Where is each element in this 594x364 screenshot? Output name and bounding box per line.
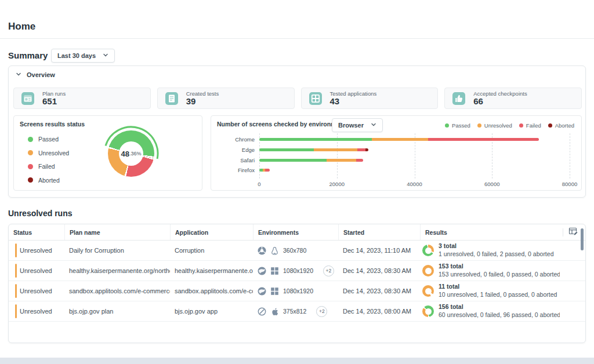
bar-legend-failed[interactable]: Failed: [519, 122, 541, 129]
donut-center-label: 48 .36%: [101, 123, 161, 184]
donut-legend-unresolved[interactable]: Unresolved: [28, 150, 69, 156]
environments-cell: 360x780: [253, 246, 338, 255]
started-cell: Dec 14, 2023, 08:00 AM: [338, 308, 420, 315]
plan-name-cell: healthy.kaiserpermanente.org/norther…: [64, 267, 170, 274]
page-title: Home: [8, 21, 35, 32]
status-accent-bar: [15, 284, 17, 298]
bar-segment-failed: [265, 169, 270, 172]
bar-legend-aborted[interactable]: Aborted: [548, 122, 574, 129]
status-cell: Unresolved: [9, 304, 64, 318]
legend-dot: [28, 177, 33, 183]
column-header-application: Application: [170, 224, 253, 240]
windows-icon: [270, 287, 279, 296]
legend-label: Passed: [452, 122, 470, 129]
environment-type-selector[interactable]: Browser: [332, 118, 383, 132]
legend-dot: [548, 123, 552, 128]
results-donut-icon: [422, 305, 434, 317]
results-total: 11 total: [439, 283, 557, 291]
stats-row: Plan runs651Created tests39Tested applic…: [13, 88, 582, 109]
application-cell: healthy.kaiserpermanente.or…: [170, 267, 253, 274]
viewport-label: 360x780: [283, 247, 306, 254]
bar-segment-failed: [357, 148, 365, 151]
stat-value: 651: [42, 97, 66, 107]
results-donut-chart: 48 .36%: [101, 123, 161, 184]
environments-cell: 1080x1920+2: [253, 265, 338, 276]
x-tick-label: 60000: [480, 181, 504, 187]
viewport-label: 375x812: [283, 308, 306, 315]
status-accent-bar: [15, 243, 17, 257]
unresolved-runs-table: StatusPlan nameApplicationEnvironmentsSt…: [8, 224, 586, 343]
column-header-started: Started: [338, 224, 420, 240]
stat-value: 43: [330, 97, 377, 107]
bar-legend-passed[interactable]: Passed: [445, 122, 470, 129]
legend-dot: [28, 150, 33, 155]
safari-icon: [258, 307, 266, 316]
apple-icon: [270, 307, 279, 316]
chevron-down-icon: [371, 122, 376, 129]
bar-segment-unresolved: [314, 148, 358, 151]
results-cell: 156 total60 unresolved, 0 failed, 96 pas…: [420, 303, 560, 319]
date-range-selector[interactable]: Last 30 days: [51, 49, 115, 63]
edge-icon: [258, 267, 266, 275]
viewport-label: 1080x1920: [283, 287, 313, 294]
status-accent-bar: [15, 264, 17, 278]
table-row[interactable]: Unresolvedhealthy.kaiserpermanente.org/n…: [9, 261, 585, 281]
columns-edit-icon[interactable]: [568, 227, 578, 238]
application-cell: Corruption: [170, 247, 253, 254]
gridline: [570, 133, 570, 179]
legend-label: Passed: [38, 136, 59, 143]
started-cell: Dec 14, 2023, 08:30 AM: [338, 267, 420, 274]
status-cell: Unresolved: [9, 264, 64, 278]
table-row[interactable]: UnresolvedDaily for CorruptionCorruption…: [9, 241, 585, 261]
footer-bar: [0, 358, 594, 364]
bar-chart-title: Number of screens checked by environment…: [217, 121, 349, 128]
status-label: Unresolved: [20, 308, 52, 315]
status-label: Unresolved: [20, 267, 52, 274]
table-header-row: StatusPlan nameApplicationEnvironmentsSt…: [9, 224, 585, 241]
bar-legend-unresolved[interactable]: Unresolved: [477, 122, 512, 129]
stat-card-accepted-checkpoints: Accepted checkpoints66: [444, 88, 582, 109]
windows-icon: [270, 267, 279, 275]
stat-card-tested-applications: Tested applications43: [301, 88, 439, 109]
extra-environments-badge[interactable]: +2: [323, 265, 334, 276]
legend-label: Unresolved: [38, 150, 69, 156]
column-header-status: Status: [9, 224, 64, 240]
donut-legend-passed[interactable]: Passed: [28, 136, 69, 143]
donut-center-value: 48: [121, 150, 129, 158]
donut-legend-aborted[interactable]: Aborted: [28, 177, 69, 184]
overview-collapse-toggle[interactable]: Overview: [16, 71, 55, 78]
extra-environments-badge[interactable]: +2: [316, 306, 327, 317]
chrome-icon: [258, 246, 266, 255]
results-donut-icon: [422, 245, 434, 256]
status-label: Unresolved: [20, 247, 52, 254]
tested-applications-icon: [309, 92, 323, 105]
screens-by-environment-card: Number of screens checked by environment…: [211, 115, 582, 191]
plan-runs-icon: [21, 92, 35, 105]
table-scrollbar[interactable]: [581, 228, 584, 250]
column-header-plan-name: Plan name: [64, 224, 170, 240]
donut-legend-failed[interactable]: Failed: [28, 163, 69, 170]
plan-name-cell: sandbox.applitools.com/e-commerce pl…: [64, 287, 170, 294]
results-cell: 153 total153 unresolved, 0 failed, 0 pas…: [420, 263, 560, 278]
environments-cell: 1080x1920: [253, 287, 338, 296]
legend-dot: [28, 137, 33, 142]
status-label: Unresolved: [20, 287, 52, 294]
table-row[interactable]: Unresolvedsandbox.applitools.com/e-comme…: [9, 281, 585, 301]
results-total: 3 total: [439, 242, 553, 250]
results-donut-icon: [422, 285, 434, 297]
bar-segment-passed: [259, 159, 327, 162]
legend-dot: [445, 123, 449, 128]
results-breakdown: 153 unresolved, 0 failed, 0 passed, 0 ab…: [439, 271, 560, 279]
legend-label: Failed: [38, 163, 55, 170]
environment-type-value: Browser: [338, 122, 364, 129]
results-total: 153 total: [439, 263, 560, 271]
viewport-label: 1080x1920: [283, 267, 313, 274]
bar-segment-failed: [356, 159, 363, 162]
results-text: 11 total10 unresolved, 1 failed, 0 passe…: [439, 283, 557, 299]
x-tick-label: 40000: [403, 181, 426, 187]
results-breakdown: 60 unresolved, 0 failed, 96 passed, 0 ab…: [439, 311, 560, 319]
table-row[interactable]: Unresolvedbjs.ojp.gov planbjs.ojp.gov ap…: [9, 301, 585, 322]
bar-firefox: [259, 169, 270, 172]
stat-card-created-tests: Created tests39: [157, 88, 295, 109]
stat-value: 66: [473, 97, 527, 107]
